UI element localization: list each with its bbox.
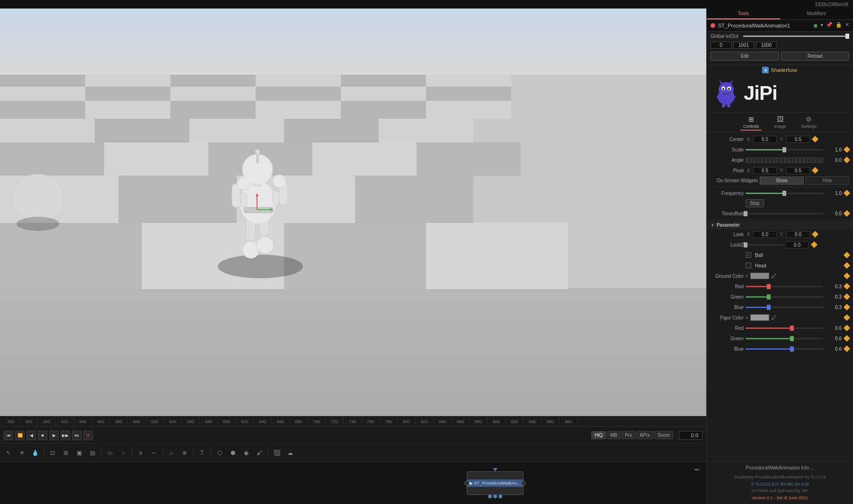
look-y-input[interactable] [786, 231, 810, 238]
figur-eyedropper-icon[interactable]: 🖊 [771, 314, 777, 321]
prx-button[interactable]: Prx [622, 431, 635, 439]
node-close-icon[interactable]: ✕ [845, 22, 849, 29]
circle-tool[interactable]: ○ [117, 447, 129, 459]
ground-green-slider[interactable] [746, 296, 823, 298]
ground-green-keyframe[interactable] [844, 293, 850, 300]
controls-tab-item[interactable]: ⊞ Controls [740, 115, 762, 131]
ball-checkbox[interactable]: ✓ [746, 252, 751, 258]
ground-color-keyframe[interactable] [844, 273, 850, 279]
ball-keyframe[interactable] [844, 252, 850, 258]
ground-blue-slider[interactable] [746, 307, 823, 308]
ground-blue-keyframe[interactable] [844, 304, 850, 310]
pointer-tool[interactable]: ↖ [3, 447, 14, 459]
settings-tab-item[interactable]: ⚙ Settings [799, 115, 820, 131]
drop-tool[interactable]: 💧 [29, 447, 41, 459]
box3d-tool[interactable]: ⬢ [227, 447, 239, 459]
copy-tool[interactable]: ⊡ [47, 447, 58, 459]
figur-color-arrow[interactable]: > [746, 315, 748, 320]
center-y-input[interactable] [786, 136, 810, 143]
extra-tool-2[interactable]: ☁ [284, 447, 296, 459]
node-connector-right[interactable] [521, 481, 526, 486]
pivot-y-input[interactable] [786, 167, 810, 174]
warp-tool[interactable]: ⌂ [166, 447, 177, 459]
global-slider[interactable] [742, 35, 849, 37]
timeoffset-keyframe[interactable] [844, 210, 850, 217]
modifiers-tab[interactable]: Modifiers [780, 9, 853, 19]
figur-blue-keyframe[interactable] [844, 345, 850, 352]
figur-color-swatch[interactable] [750, 314, 769, 321]
timeoffset-slider[interactable] [746, 213, 823, 214]
lookz-input[interactable] [785, 241, 809, 248]
scale-slider[interactable] [746, 149, 823, 150]
in-value-field[interactable] [711, 42, 731, 49]
aprx-button[interactable]: APrx [636, 431, 653, 439]
out-value-field[interactable] [733, 42, 754, 49]
angle-keyframe[interactable] [844, 157, 850, 163]
text-tool[interactable]: T [196, 447, 208, 459]
some-button[interactable]: Some [654, 431, 673, 439]
loop-button[interactable]: ↺ [83, 431, 93, 440]
node-options-button[interactable]: ••• [691, 464, 702, 475]
frequency-slider[interactable] [746, 193, 823, 194]
frequency-keyframe[interactable] [844, 190, 850, 196]
monitor-tool[interactable]: ▣ [73, 447, 85, 459]
figur-red-keyframe[interactable] [844, 325, 850, 331]
monitor2-tool[interactable]: ▤ [87, 447, 98, 459]
stop-button-ctrl[interactable]: Stop [746, 199, 764, 207]
node-menu-icon[interactable]: ▾ [820, 22, 823, 29]
look-keyframe[interactable] [812, 231, 818, 238]
step-back-button[interactable]: ◀ [27, 431, 36, 440]
rect-tool[interactable]: ▭ [104, 447, 116, 459]
edit-button[interactable]: Edit [711, 52, 779, 61]
paste-tool[interactable]: ⊞ [60, 447, 71, 459]
viewport[interactable] [0, 9, 706, 416]
sphere-tool[interactable]: ◉ [240, 447, 252, 459]
path-tool[interactable]: ∧ [135, 447, 146, 459]
sun-tool[interactable]: ☀ [16, 447, 27, 459]
look-x-input[interactable] [753, 231, 777, 238]
head-checkbox[interactable] [746, 263, 751, 268]
ground-color-swatch[interactable] [750, 273, 769, 279]
ground-red-slider[interactable] [746, 286, 823, 287]
image-tab-item[interactable]: 🖼 Image [771, 115, 789, 131]
figur-color-keyframe[interactable] [844, 314, 850, 321]
reload-button[interactable]: Reload [781, 52, 850, 61]
extra-tool-1[interactable]: ⬛ [271, 447, 283, 459]
node-pin-icon[interactable]: 📌 [826, 22, 833, 29]
figur-green-keyframe[interactable] [844, 335, 850, 342]
pivot-x-input[interactable] [753, 167, 777, 174]
show-widgets-button[interactable]: Show [760, 177, 804, 185]
jump-end-button[interactable]: ⏭ [72, 431, 81, 440]
figur-red-slider[interactable] [746, 327, 823, 329]
prev-frame-button[interactable]: ⏪ [15, 431, 25, 440]
figur-blue-slider[interactable] [746, 348, 823, 350]
hiq-button[interactable]: HiQ [591, 431, 606, 439]
ground-color-arrow[interactable]: > [746, 274, 748, 279]
timeline-bar[interactable]: 3603804004204404604805005205405605806006… [0, 416, 706, 426]
jump-start-button[interactable]: ⏮ [4, 431, 13, 440]
node-connector-left[interactable] [464, 481, 469, 486]
figur-green-slider[interactable] [746, 338, 823, 339]
scale-keyframe[interactable] [844, 146, 850, 153]
end-value-field[interactable] [756, 42, 777, 49]
ground-eyedropper-icon[interactable]: 🖊 [771, 273, 777, 279]
ground-red-keyframe[interactable] [844, 283, 850, 290]
warp2-tool[interactable]: ⊕ [179, 447, 190, 459]
node-lock-icon[interactable]: 🔒 [835, 22, 842, 29]
angle-slider[interactable] [746, 158, 823, 163]
center-x-input[interactable] [753, 136, 777, 143]
mb-button[interactable]: MB [607, 431, 621, 439]
head-keyframe[interactable] [844, 262, 850, 269]
stop-button[interactable]: ■ [38, 431, 47, 440]
center-keyframe[interactable] [812, 136, 818, 142]
lookz-slider[interactable] [746, 244, 783, 246]
lookz-keyframe[interactable] [811, 241, 817, 248]
paint-tool[interactable]: 🖌 [254, 447, 265, 459]
path2-tool[interactable]: ∽ [148, 447, 160, 459]
tools-tab[interactable]: Tools [707, 9, 780, 19]
pivot-keyframe[interactable] [812, 167, 818, 174]
shape3d-tool[interactable]: ⬡ [214, 447, 225, 459]
hide-widgets-button[interactable]: Hide [806, 177, 850, 185]
play-button[interactable]: ▶ [49, 431, 59, 440]
node-box[interactable]: ▶ ST_ProceduralWalkAn... [467, 471, 524, 495]
